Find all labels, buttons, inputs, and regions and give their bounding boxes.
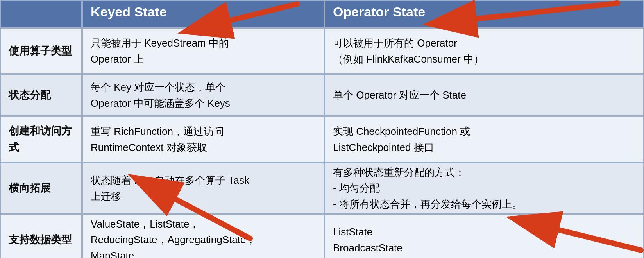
row4-keyed: 状态随着 Key 自动在多个算子 Task 上迁移 <box>82 163 324 214</box>
row2-operator-text: 单个 Operator 对应一个 State <box>333 87 635 103</box>
header-keyed-state: Keyed State <box>82 0 324 28</box>
row5-keyed: ValueState，ListState， ReducingState，Aggr… <box>82 214 324 258</box>
row3-operator: 实现 CheckpointedFunction 或 ListCheckpoint… <box>324 116 644 163</box>
label-text-1: 使用算子类型 <box>9 43 73 59</box>
row3-keyed-text: 重写 RichFunction，通过访问 RuntimeContext 对象获取 <box>91 124 316 155</box>
comparison-table: Keyed State Operator State 使用算子类型 只能被用于 … <box>0 0 644 258</box>
row-label-3: 创建和访问方 式 <box>0 116 82 163</box>
keyed-state-label: Keyed State <box>91 2 167 22</box>
row5-operator: ListState BroadcastState <box>324 214 644 258</box>
row1-operator-text: 可以被用于所有的 Operator （例如 FlinkKafkaConsumer… <box>333 35 635 67</box>
row5-keyed-text: ValueState，ListState， ReducingState，Aggr… <box>91 216 316 258</box>
row2-operator: 单个 Operator 对应一个 State <box>324 74 644 116</box>
header-empty <box>0 0 82 28</box>
row4-operator-text: 有多种状态重新分配的方式： - 均匀分配 - 将所有状态合并，再分发给每个实例上… <box>333 165 635 212</box>
row1-keyed: 只能被用于 KeyedStream 中的 Operator 上 <box>82 28 324 74</box>
row2-keyed: 每个 Key 对应一个状态，单个 Operator 中可能涵盖多个 Keys <box>82 74 324 116</box>
table-grid: Keyed State Operator State 使用算子类型 只能被用于 … <box>0 0 644 258</box>
row4-keyed-text: 状态随着 Key 自动在多个算子 Task 上迁移 <box>91 172 316 204</box>
row3-keyed: 重写 RichFunction，通过访问 RuntimeContext 对象获取 <box>82 116 324 163</box>
row1-operator: 可以被用于所有的 Operator （例如 FlinkKafkaConsumer… <box>324 28 644 74</box>
label-text-2: 状态分配 <box>9 87 73 104</box>
label-text-5: 支持数据类型 <box>9 232 73 248</box>
row-label-2: 状态分配 <box>0 74 82 116</box>
row3-operator-text: 实现 CheckpointedFunction 或 ListCheckpoint… <box>333 124 635 155</box>
operator-state-label: Operator State <box>333 2 425 22</box>
row2-keyed-text: 每个 Key 对应一个状态，单个 Operator 中可能涵盖多个 Keys <box>91 79 316 111</box>
row1-keyed-text: 只能被用于 KeyedStream 中的 Operator 上 <box>91 35 316 67</box>
row4-operator: 有多种状态重新分配的方式： - 均匀分配 - 将所有状态合并，再分发给每个实例上… <box>324 163 644 214</box>
label-text-3: 创建和访问方 式 <box>9 123 73 156</box>
row5-operator-text: ListState BroadcastState <box>333 224 635 256</box>
row-label-1: 使用算子类型 <box>0 28 82 74</box>
row-label-4: 横向拓展 <box>0 163 82 214</box>
header-operator-state: Operator State <box>324 0 644 28</box>
label-text-4: 横向拓展 <box>9 180 73 197</box>
row-label-5: 支持数据类型 <box>0 214 82 258</box>
